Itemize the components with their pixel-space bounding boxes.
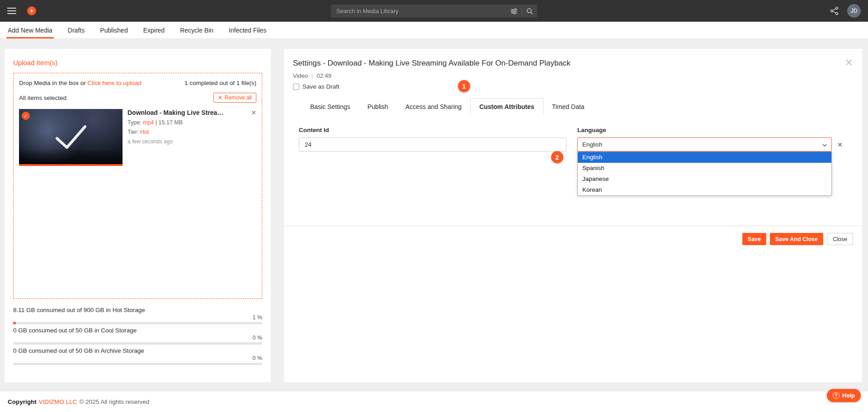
upload-panel: Upload Item(s) Drop Media in the box or … — [5, 49, 271, 382]
language-option[interactable]: Spanish — [578, 163, 831, 174]
custom-attributes-form: Content Id Language English English — [293, 127, 853, 152]
language-option[interactable]: Korean — [578, 185, 831, 195]
tab-basic-settings[interactable]: Basic Settings — [302, 98, 359, 115]
remove-item-icon[interactable]: ✕ — [251, 109, 256, 116]
search-input[interactable] — [331, 8, 506, 14]
language-option[interactable]: Japanese — [578, 174, 831, 185]
archive-storage-percent: 0 % — [13, 355, 262, 362]
help-button[interactable]: ? Help — [827, 389, 861, 402]
filter-icon[interactable] — [506, 5, 522, 18]
step-badge-2: 2 — [551, 151, 563, 163]
archive-storage-block: 0 GB consumed out of 50 GB in Archive St… — [13, 347, 262, 365]
hot-storage-label: 8.11 GB consumed out of 900 GB in Hot St… — [13, 306, 262, 314]
tier-value: Hot — [140, 129, 149, 135]
settings-actions: Save Save And Close Close — [293, 233, 853, 245]
type-value: mp4 — [143, 119, 154, 126]
media-duration: 02:49 — [316, 72, 331, 79]
upload-complete-check-icon — [19, 109, 123, 166]
brand-logo-icon[interactable] — [27, 6, 36, 15]
upload-progress-bar — [19, 164, 123, 166]
nav-tab-add-new-media[interactable]: Add New Media — [0, 22, 60, 38]
settings-panel: Settings - Download - Making Live Stream… — [284, 49, 862, 382]
type-size-separator: | — [156, 119, 157, 126]
upload-panel-title: Upload Item(s) — [13, 59, 262, 66]
nav-tab-recycle-bin[interactable]: Recycle Bin — [172, 22, 221, 38]
menu-icon[interactable] — [7, 8, 16, 14]
remove-icon: ✕ — [218, 95, 222, 101]
avatar[interactable]: JD — [847, 4, 861, 18]
step-badge-1: 1 — [458, 80, 470, 92]
hot-storage-block: 8.11 GB consumed out of 900 GB in Hot St… — [13, 306, 262, 324]
save-as-draft-row[interactable]: Save as Draft — [293, 83, 340, 90]
media-meta-row: Video | 02:49 — [293, 72, 853, 79]
uploaded-media-item: ✓ Download - Making Live Strea… Type: mp… — [19, 109, 256, 166]
media-item-type: Type: mp4 | 15.17 MB — [127, 119, 249, 126]
help-label: Help — [842, 392, 855, 399]
language-option[interactable]: English — [578, 152, 831, 163]
tier-label: Tier: — [127, 129, 139, 135]
hot-storage-percent: 1 % — [13, 314, 262, 321]
selection-text: All items selected — [19, 95, 66, 101]
completed-count: 1 completed out of 1 file(s) — [184, 80, 256, 86]
media-item-details: Download - Making Live Strea… Type: mp4 … — [127, 109, 256, 166]
panel-divider — [284, 226, 862, 226]
size-value: 15.17 MB — [159, 119, 183, 126]
click-to-upload-link[interactable]: Click here to upload — [88, 80, 142, 86]
language-dropdown: English Spanish Japanese Korean — [577, 152, 832, 196]
nav-tab-drafts[interactable]: Drafts — [60, 22, 92, 38]
cool-storage-label: 0 GB consumed out of 50 GB in Cool Stora… — [13, 327, 262, 334]
tab-publish[interactable]: Publish — [359, 98, 397, 115]
close-settings-icon[interactable]: ✕ — [845, 59, 853, 67]
chevron-down-icon — [822, 141, 827, 148]
search-icon[interactable] — [522, 5, 537, 18]
nav-tab-infected-files[interactable]: Infected Files — [221, 22, 274, 38]
language-selected-value: English — [582, 141, 602, 148]
remove-all-label: Remove all — [225, 95, 252, 101]
save-as-draft-checkbox[interactable] — [293, 84, 299, 90]
save-as-draft-label[interactable]: Save as Draft — [302, 83, 340, 90]
media-item-tier: Tier: Hot — [127, 129, 249, 135]
upload-dropzone[interactable]: Drop Media in the box or Click here to u… — [13, 73, 262, 299]
selected-check-icon: ✓ — [22, 112, 30, 120]
type-label: Type: — [127, 119, 142, 126]
save-button[interactable]: Save — [742, 233, 766, 245]
company-link[interactable]: VIDIZMO LLC — [39, 398, 77, 405]
archive-storage-bar — [13, 363, 262, 365]
top-bar: JD — [0, 0, 868, 22]
language-select[interactable]: English — [577, 137, 832, 152]
dropzone-instruction: Drop Media in the box or — [19, 80, 86, 86]
media-type: Video — [293, 72, 308, 79]
meta-separator: | — [311, 72, 313, 79]
cool-storage-percent: 0 % — [13, 335, 262, 341]
media-item-timestamp: a few seconds ago — [127, 138, 249, 145]
nav-tab-published[interactable]: Published — [92, 22, 136, 38]
hot-storage-fill — [13, 322, 16, 324]
search-bar — [331, 5, 537, 18]
clear-language-icon[interactable]: ✕ — [837, 141, 843, 148]
media-library-nav: Add New Media Drafts Published Expired R… — [0, 22, 868, 39]
archive-storage-label: 0 GB consumed out of 50 GB in Archive St… — [13, 347, 262, 355]
storage-usage-section: 8.11 GB consumed out of 900 GB in Hot St… — [13, 306, 262, 365]
content-id-label: Content Id — [299, 127, 566, 133]
copyright-label: Copyright — [8, 398, 37, 405]
dropzone-text: Drop Media in the box or Click here to u… — [19, 80, 142, 86]
cool-storage-bar — [13, 342, 262, 345]
settings-title: Settings - Download - Making Live Stream… — [293, 59, 571, 68]
hot-storage-bar — [13, 322, 262, 324]
page-footer: Copyright VIDIZMO LLC © 2025 All rights … — [0, 392, 868, 412]
content-id-input[interactable] — [299, 137, 566, 152]
remove-all-button[interactable]: ✕ Remove all — [213, 93, 256, 103]
language-label: Language — [577, 127, 853, 133]
tab-timed-data[interactable]: Timed Data — [543, 98, 593, 115]
media-item-title: Download - Making Live Strea… — [127, 109, 249, 116]
tab-access-and-sharing[interactable]: Access and Sharing — [397, 98, 471, 115]
nav-tab-expired[interactable]: Expired — [136, 22, 172, 38]
main-content: Upload Item(s) Drop Media in the box or … — [0, 39, 868, 382]
close-button[interactable]: Close — [827, 233, 853, 245]
tab-custom-attributes[interactable]: Custom Attributes — [470, 98, 543, 115]
rights-text: © 2025 All rights reserved — [80, 398, 150, 405]
media-thumbnail[interactable]: ✓ — [19, 109, 123, 166]
save-and-close-button[interactable]: Save And Close — [770, 233, 823, 245]
question-icon: ? — [833, 392, 840, 399]
share-network-icon[interactable] — [830, 6, 839, 15]
